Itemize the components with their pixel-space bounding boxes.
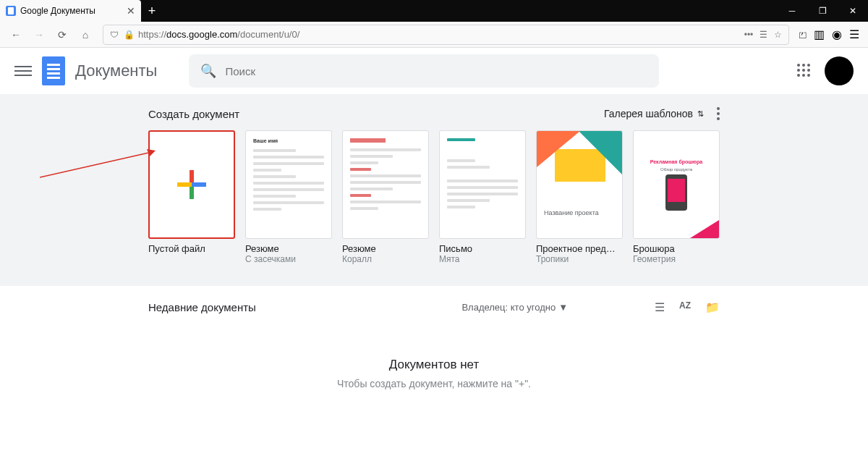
library-icon[interactable]: ⏍	[799, 28, 807, 41]
address-bar[interactable]: 🛡 🔒 https://docs.google.com/document/u/0…	[103, 25, 789, 45]
docs-logo-icon[interactable]	[42, 56, 65, 85]
window-controls: ─ ❐ ✕	[777, 0, 868, 22]
url-text: https://docs.google.com/document/u/0/	[138, 29, 739, 40]
owner-filter-dropdown[interactable]: Владелец: кто угодно ▼	[461, 302, 568, 313]
reload-button[interactable]: ⟳	[52, 25, 72, 45]
template-blank[interactable]: Пустой файл	[148, 130, 235, 264]
minimize-button[interactable]: ─	[777, 0, 807, 22]
forward-button[interactable]: →	[29, 25, 49, 45]
recent-heading: Недавние документы	[148, 301, 256, 313]
sort-icon[interactable]: AZ	[679, 300, 691, 314]
gallery-label: Галерея шаблонов	[604, 108, 693, 119]
plus-icon	[177, 170, 206, 199]
app-name: Документы	[75, 62, 157, 80]
blank-thumb	[148, 130, 235, 239]
template-gallery-button[interactable]: Галерея шаблонов ⇅	[604, 108, 704, 119]
search-input[interactable]	[225, 65, 647, 77]
maximize-button[interactable]: ❐	[807, 0, 838, 22]
docs-header: Документы 🔍	[0, 48, 868, 94]
template-project-proposal[interactable]: Название проекта Проектное пред… Тропики	[536, 130, 623, 264]
template-letter-mint[interactable]: Письмо Мята	[439, 130, 526, 264]
search-bar[interactable]: 🔍	[189, 54, 659, 88]
reader-icon[interactable]: ☰	[758, 30, 768, 40]
dropdown-icon: ▼	[558, 302, 568, 313]
template-brochure[interactable]: Рекламная брошюра Обзор продукта Брошюра…	[633, 130, 720, 264]
list-view-icon[interactable]: ☰	[655, 300, 665, 314]
close-button[interactable]: ✕	[838, 0, 868, 22]
back-button[interactable]: ←	[6, 25, 26, 45]
template-label: Пустой файл	[148, 243, 235, 254]
template-resume-coral[interactable]: Резюме Коралл	[342, 130, 429, 264]
browser-toolbar: ← → ⟳ ⌂ 🛡 🔒 https://docs.google.com/docu…	[0, 22, 868, 48]
template-row: Пустой файл Ваше имя Резюме С засечками	[148, 130, 720, 264]
templates-heading: Создать документ	[148, 108, 239, 120]
recent-section: Недавние документы Владелец: кто угодно …	[0, 286, 868, 447]
user-avatar[interactable]	[825, 56, 854, 85]
shield-icon: 🛡	[109, 30, 119, 40]
main-menu-button[interactable]	[14, 66, 32, 76]
templates-section: Создать документ Галерея шаблонов ⇅ Пуст…	[0, 94, 868, 286]
empty-state: Документов нет Чтобы создать документ, н…	[148, 343, 720, 433]
folder-picker-icon[interactable]: 📁	[705, 300, 720, 314]
empty-title: Документов нет	[148, 358, 720, 372]
sidebar-icon[interactable]: ▥	[814, 28, 825, 41]
bookmark-icon[interactable]: ☆	[773, 30, 783, 40]
empty-subtitle: Чтобы создать документ, нажмите на "+".	[148, 378, 720, 389]
tab-close-icon[interactable]: ✕	[127, 5, 135, 17]
more-url-icon[interactable]: •••	[744, 30, 754, 40]
account-icon[interactable]: ◉	[832, 28, 842, 41]
browser-titlebar: Google Документы ✕ + ─ ❐ ✕	[0, 0, 868, 22]
docs-favicon	[6, 6, 16, 16]
apps-launcher-icon[interactable]	[797, 64, 812, 78]
new-tab-button[interactable]: +	[141, 0, 163, 22]
browser-tab[interactable]: Google Документы ✕	[0, 0, 141, 22]
templates-more-button[interactable]	[717, 107, 720, 120]
menu-button[interactable]: ☰	[849, 28, 859, 41]
tab-title: Google Документы	[20, 6, 95, 16]
search-icon: 🔍	[200, 63, 216, 79]
home-button[interactable]: ⌂	[75, 25, 95, 45]
template-resume-serif[interactable]: Ваше имя Резюме С засечками	[245, 130, 332, 264]
lock-icon: 🔒	[124, 30, 134, 40]
unfold-icon: ⇅	[697, 109, 704, 119]
toolbar-right: ⏍ ▥ ◉ ☰	[796, 28, 862, 41]
